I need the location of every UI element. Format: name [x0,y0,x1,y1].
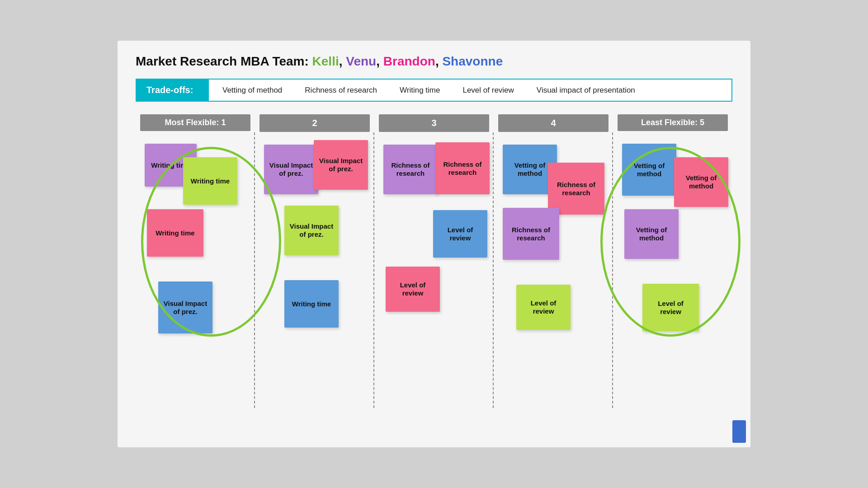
column-2: 2 Visual Impact of prez. Visual Impact o… [255,114,374,408]
note-3-2[interactable]: Richness of research [435,142,490,194]
note-2-4[interactable]: Writing time [284,280,339,328]
note-2-2[interactable]: Visual Impact of prez. [314,140,368,190]
column-1: Most Flexible: 1 Writing time Writing ti… [136,114,255,408]
col-5-header: Least Flexible: 5 [618,114,728,131]
col-4-header: 4 [498,114,609,132]
column-3: 3 Richness of research Richness of resea… [374,114,494,408]
col-1-header: Most Flexible: 1 [140,114,250,131]
title-prefix: Market Research MBA Team: [136,54,312,68]
title-comma1: , [339,54,346,68]
note-5-3[interactable]: Vetting of method [624,209,679,259]
note-1-2[interactable]: Writing time [183,157,237,205]
title-comma2: , [376,54,383,68]
col-3-header: 3 [379,114,489,132]
tradeoffs-bar: Trade-offs: Vetting of method Richness o… [136,79,732,102]
tradeoffs-items: Vetting of method Richness of research W… [209,80,649,100]
note-2-3[interactable]: Visual Impact of prez. [284,206,339,255]
note-1-3[interactable]: Writing time [147,209,203,257]
note-5-4[interactable]: Level of review [642,284,699,331]
tradeoff-item-2: Richness of research [305,86,377,95]
tradeoff-item-1: Vetting of method [222,86,282,95]
page-title: Market Research MBA Team: Kelli, Venu, B… [136,54,732,69]
columns-area: Most Flexible: 1 Writing time Writing ti… [136,114,732,408]
column-5: Least Flexible: 5 Vetting of method Vett… [613,114,732,408]
title-shavonne: Shavonne [442,54,503,68]
title-venu: Venu [346,54,376,68]
column-4: 4 Vetting of method Richness of research… [494,114,613,408]
title-brandon: Brandon [383,54,435,68]
title-kelli: Kelli [312,54,339,68]
note-3-1[interactable]: Richness of research [383,145,438,194]
note-4-3[interactable]: Richness of research [503,208,559,260]
tradeoffs-label: Trade-offs: [137,80,209,101]
tradeoff-item-4: Level of review [462,86,514,95]
tradeoff-item-3: Writing time [400,86,440,95]
tradeoff-item-5: Visual impact of presentation [537,86,635,95]
note-5-1[interactable]: Vetting of method [622,144,676,196]
note-5-2[interactable]: Vetting of method [674,157,728,207]
note-2-1[interactable]: Visual Impact of prez. [264,145,318,194]
note-3-4[interactable]: Level of review [386,267,440,312]
note-1-4[interactable]: Visual Impact of prez. [158,282,212,333]
col-2-header: 2 [259,114,370,132]
main-card: Market Research MBA Team: Kelli, Venu, B… [118,41,750,447]
note-4-4[interactable]: Level of review [516,285,571,330]
note-4-2[interactable]: Richness of research [548,163,604,215]
title-comma3: , [435,54,443,68]
scroll-button[interactable] [732,420,746,443]
note-3-3[interactable]: Level of review [433,210,487,258]
